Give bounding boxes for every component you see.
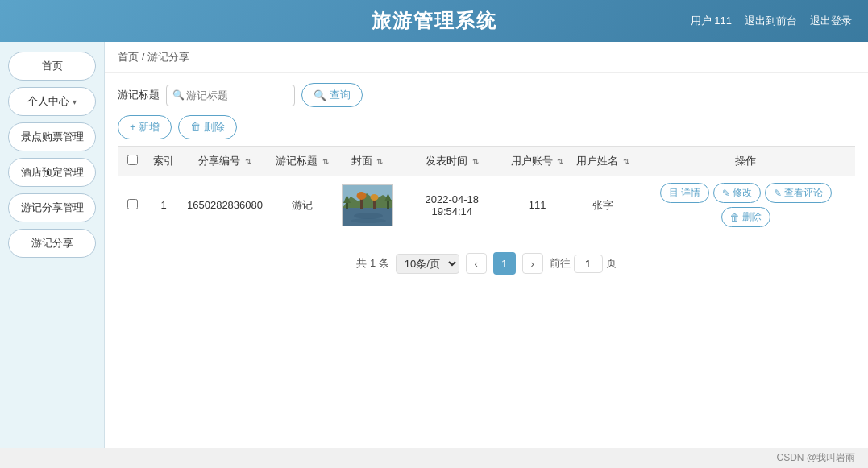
search-row: 游记标题 🔍 🔍 查询 bbox=[118, 83, 855, 107]
col-index: 索引 bbox=[147, 147, 181, 176]
back-to-front-btn[interactable]: 退出到前台 bbox=[745, 14, 797, 28]
row-checkbox[interactable] bbox=[127, 199, 138, 209]
row-checkbox-cell bbox=[118, 176, 147, 234]
col-cover: 封面 ⇅ bbox=[335, 147, 400, 176]
svg-point-10 bbox=[356, 192, 366, 200]
detail-label: 详情 bbox=[681, 186, 700, 200]
action-row: + 新增 🗑 删除 bbox=[118, 115, 855, 139]
sidebar: 首页 个人中心 ▾ 景点购票管理 酒店预定管理 游记分享管理 游记分享 bbox=[0, 42, 105, 448]
comment-label: 查看评论 bbox=[784, 186, 823, 200]
search-label: 游记标题 bbox=[118, 88, 160, 102]
sidebar-item-home-label: 首页 bbox=[42, 59, 63, 73]
data-table: 索引 分享编号 ⇅ 游记标题 ⇅ 封面 ⇅ bbox=[118, 146, 855, 234]
query-icon: 🔍 bbox=[314, 89, 326, 101]
breadcrumb: 首页 / 游记分享 bbox=[105, 42, 868, 73]
sort-icon-account[interactable]: ⇅ bbox=[557, 157, 563, 166]
page-label: 页 bbox=[606, 256, 617, 271]
sidebar-item-travel-share-label: 游记分享 bbox=[31, 236, 73, 251]
table-row: 1 1650282836080 游记 bbox=[118, 176, 855, 234]
row-delete-label: 删除 bbox=[742, 210, 762, 224]
app-title: 旅游管理系统 bbox=[372, 8, 497, 34]
sidebar-item-travel-share[interactable]: 游记分享 bbox=[8, 229, 96, 258]
pagination-next-btn[interactable]: › bbox=[522, 253, 543, 274]
detail-button[interactable]: 目 详情 bbox=[660, 183, 709, 203]
row-share-no: 1650282836080 bbox=[187, 199, 263, 211]
breadcrumb-home[interactable]: 首页 bbox=[118, 51, 139, 63]
sidebar-item-profile[interactable]: 个人中心 ▾ bbox=[8, 87, 96, 116]
cover-image bbox=[342, 184, 393, 226]
sidebar-item-tickets[interactable]: 景点购票管理 bbox=[8, 122, 96, 151]
row-index-cell: 1 bbox=[147, 176, 181, 234]
row-user-name-cell: 张字 bbox=[570, 176, 636, 234]
col-checkbox bbox=[118, 147, 147, 176]
edit-label: 修改 bbox=[733, 186, 752, 200]
logout-btn[interactable]: 退出登录 bbox=[810, 14, 852, 28]
pagination-size-select[interactable]: 10条/页 20条/页 50条/页 bbox=[396, 254, 459, 274]
footer: CSDN @我叫岩雨 bbox=[0, 448, 868, 468]
goto-input[interactable] bbox=[574, 255, 603, 273]
row-user-account-cell: 111 bbox=[505, 176, 571, 234]
breadcrumb-current: 游记分享 bbox=[147, 51, 189, 63]
sidebar-item-hotel[interactable]: 酒店预定管理 bbox=[8, 158, 96, 187]
sidebar-item-hotel-label: 酒店预定管理 bbox=[21, 165, 84, 180]
svg-point-3 bbox=[354, 213, 383, 219]
row-title: 游记 bbox=[292, 199, 313, 211]
comment-button[interactable]: ✎ 查看评论 bbox=[765, 183, 832, 203]
sidebar-item-home[interactable]: 首页 bbox=[8, 52, 96, 81]
sidebar-item-tickets-label: 景点购票管理 bbox=[21, 130, 84, 144]
sort-icon-name[interactable]: ⇅ bbox=[623, 157, 629, 166]
search-icon: 🔍 bbox=[172, 89, 185, 101]
search-input[interactable] bbox=[166, 85, 295, 106]
row-cover-cell bbox=[335, 176, 400, 234]
pagination-page-1[interactable]: 1 bbox=[493, 252, 516, 275]
header-actions: 用户 111 退出到前台 退出登录 bbox=[691, 14, 852, 28]
batch-delete-button[interactable]: 🗑 删除 bbox=[178, 115, 237, 139]
main-layout: 首页 个人中心 ▾ 景点购票管理 酒店预定管理 游记分享管理 游记分享 首页 /… bbox=[0, 42, 868, 448]
add-button[interactable]: + 新增 bbox=[118, 115, 172, 139]
footer-credit: CSDN @我叫岩雨 bbox=[776, 452, 855, 463]
sort-icon-share-no[interactable]: ⇅ bbox=[245, 157, 251, 166]
table-wrap: 索引 分享编号 ⇅ 游记标题 ⇅ 封面 ⇅ bbox=[105, 146, 868, 244]
row-index: 1 bbox=[160, 199, 166, 211]
detail-icon: 目 bbox=[669, 186, 679, 200]
pagination-prev-btn[interactable]: ‹ bbox=[466, 253, 487, 274]
cover-svg bbox=[343, 185, 393, 226]
sidebar-item-travel-share-mgmt[interactable]: 游记分享管理 bbox=[8, 193, 96, 222]
sort-icon-cover[interactable]: ⇅ bbox=[376, 157, 383, 166]
search-input-wrap: 🔍 bbox=[166, 85, 295, 106]
row-delete-icon: 🗑 bbox=[730, 212, 740, 223]
pagination-total: 共 1 条 bbox=[356, 256, 388, 271]
row-user-name: 张字 bbox=[592, 199, 613, 211]
svg-point-4 bbox=[351, 218, 386, 223]
col-publish-time: 发表时间 ⇅ bbox=[400, 147, 505, 176]
svg-rect-11 bbox=[373, 200, 376, 209]
next-icon: › bbox=[531, 258, 534, 270]
user-label: 用户 111 bbox=[691, 14, 732, 28]
select-all-checkbox[interactable] bbox=[127, 155, 138, 165]
svg-point-12 bbox=[370, 194, 378, 201]
col-share-no: 分享编号 ⇅ bbox=[181, 147, 269, 176]
sidebar-item-profile-label: 个人中心 bbox=[27, 94, 69, 109]
row-title-cell: 游记 bbox=[269, 176, 335, 234]
row-operations-cell: 目 详情 ✎ 修改 ✎ 查看评论 bbox=[636, 176, 855, 234]
row-publish-time: 2022-04-18 19:54:14 bbox=[425, 193, 479, 217]
row-delete-button[interactable]: 🗑 删除 bbox=[721, 207, 770, 227]
row-publish-time-cell: 2022-04-18 19:54:14 bbox=[400, 176, 505, 234]
row-share-no-cell: 1650282836080 bbox=[181, 176, 269, 234]
pagination: 共 1 条 10条/页 20条/页 50条/页 ‹ 1 › 前往 页 bbox=[105, 244, 868, 283]
edit-button[interactable]: ✎ 修改 bbox=[713, 183, 761, 203]
sort-icon-time[interactable]: ⇅ bbox=[472, 157, 479, 166]
row-action-btns: 目 详情 ✎ 修改 ✎ 查看评论 bbox=[642, 183, 849, 227]
edit-icon: ✎ bbox=[722, 188, 730, 199]
prev-icon: ‹ bbox=[475, 258, 478, 270]
content-area: 首页 / 游记分享 游记标题 🔍 🔍 查询 + 新增 🗑 删除 bbox=[105, 42, 868, 448]
toolbar: 游记标题 🔍 🔍 查询 + 新增 🗑 删除 bbox=[105, 73, 868, 146]
svg-rect-9 bbox=[360, 198, 363, 209]
col-operations: 操作 bbox=[636, 147, 855, 176]
sort-icon-title[interactable]: ⇅ bbox=[322, 157, 329, 166]
query-label: 查询 bbox=[330, 88, 351, 102]
goto-label: 前往 bbox=[550, 256, 571, 271]
col-title: 游记标题 ⇅ bbox=[269, 147, 335, 176]
col-user-name: 用户姓名 ⇅ bbox=[570, 147, 636, 176]
query-button[interactable]: 🔍 查询 bbox=[301, 83, 363, 107]
